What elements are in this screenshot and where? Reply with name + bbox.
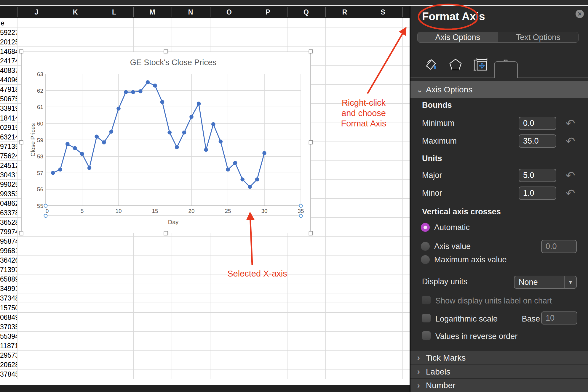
cell-value[interactable]: 71397 (0, 265, 17, 274)
cell-value[interactable]: 65889 (0, 274, 17, 284)
cell-value[interactable]: 47918 (0, 85, 17, 94)
cell-value[interactable]: 24174 (0, 56, 17, 66)
column-header[interactable]: S (364, 6, 402, 18)
minor-input[interactable]: 1.0 (519, 187, 556, 200)
spreadsheet-grid[interactable]: JKLMNOPQRS e5922720125146842417440837440… (0, 6, 410, 379)
cell-value[interactable]: 59227 (0, 28, 17, 37)
cell-value[interactable]: 18414 (0, 113, 17, 123)
data-point-marker[interactable] (219, 139, 223, 144)
chart-selection-handle[interactable] (164, 49, 168, 53)
cell-value[interactable]: 30431 (0, 170, 17, 180)
reverse-order-checkbox[interactable] (422, 331, 431, 340)
chart-selection-handle[interactable] (164, 231, 168, 235)
cell-value[interactable]: 14684 (0, 47, 17, 56)
data-point-marker[interactable] (131, 90, 135, 94)
section-labels[interactable]: › Labels (410, 365, 588, 378)
logarithmic-scale-checkbox[interactable] (422, 314, 431, 322)
cell-value[interactable]: e (0, 18, 17, 28)
chart-selection-handle[interactable] (19, 49, 23, 53)
cell-value[interactable]: 40837 (0, 66, 17, 75)
chart-object[interactable]: 63626160595857565505101520253035GE Stock… (21, 52, 311, 233)
data-point-marker[interactable] (102, 140, 106, 144)
maximum-axis-value-radio[interactable] (421, 255, 430, 264)
column-header[interactable]: M (133, 6, 172, 18)
data-point-marker[interactable] (87, 166, 92, 170)
close-icon[interactable]: ✕ (576, 10, 584, 18)
undo-icon[interactable]: ↶ (565, 187, 576, 199)
data-point-marker[interactable] (95, 135, 99, 139)
cell-value[interactable]: 11871 (0, 341, 17, 351)
cell-value[interactable]: 95874 (0, 237, 17, 246)
chart-selection-handle[interactable] (309, 49, 313, 53)
data-point-marker[interactable] (116, 107, 121, 111)
cell-value[interactable]: 15750 (0, 303, 17, 313)
column-header[interactable]: J (17, 6, 56, 18)
section-tick-marks[interactable]: › Tick Marks (410, 351, 588, 364)
column-header[interactable]: K (56, 6, 95, 18)
cell-value[interactable]: 99681 (0, 246, 17, 256)
column-header[interactable]: O (210, 6, 248, 18)
data-point-marker[interactable] (58, 168, 62, 172)
cell-value[interactable]: 97135 (0, 142, 17, 151)
cell-value[interactable]: 99025 (0, 180, 17, 189)
data-point-marker[interactable] (138, 89, 143, 94)
data-point-marker[interactable] (175, 145, 179, 150)
undo-icon[interactable]: ↶ (565, 170, 576, 181)
data-point-marker[interactable] (233, 161, 237, 165)
chart-selection-handle[interactable] (309, 140, 313, 144)
column-header[interactable]: Q (287, 6, 325, 18)
cell-value[interactable]: 37348 (0, 293, 17, 303)
data-point-marker[interactable] (73, 146, 77, 150)
size-properties-icon[interactable] (471, 57, 490, 73)
cell-value[interactable]: 34991 (0, 284, 17, 293)
data-point-marker[interactable] (189, 115, 194, 119)
cell-value[interactable]: 79974 (0, 227, 17, 237)
cell-value[interactable]: 50675 (0, 94, 17, 104)
cell-value[interactable]: 20125 (0, 37, 17, 47)
data-point-marker[interactable] (146, 80, 150, 84)
chart-selection-handle[interactable] (19, 140, 23, 144)
automatic-radio[interactable] (421, 223, 430, 232)
cell-value[interactable]: 33919 (0, 104, 17, 113)
axis-value-radio[interactable] (421, 242, 430, 251)
effects-icon[interactable] (446, 57, 465, 73)
section-number[interactable]: › Number (410, 379, 588, 392)
data-point-marker[interactable] (153, 83, 157, 88)
data-point-marker[interactable] (255, 177, 259, 181)
cell-value[interactable]: 55394 (0, 332, 17, 341)
cell-value[interactable]: 06849 (0, 313, 17, 322)
cell-value[interactable]: 36426 (0, 256, 17, 265)
data-point-marker[interactable] (51, 171, 55, 175)
axis-selection-handle[interactable] (44, 204, 47, 208)
chart-selection-handle[interactable] (19, 231, 23, 235)
cell-value[interactable]: 44096 (0, 75, 17, 85)
data-point-marker[interactable] (65, 142, 70, 146)
cell-value[interactable]: 63214 (0, 132, 17, 142)
column-header[interactable]: R (325, 6, 364, 18)
axis-selection-handle[interactable] (299, 214, 303, 218)
data-point-marker[interactable] (262, 151, 266, 155)
undo-icon[interactable]: ↶ (565, 135, 576, 147)
data-point-marker[interactable] (240, 177, 245, 181)
maximum-input[interactable]: 35.0 (519, 134, 556, 148)
axis-value-input[interactable]: 0.0 (541, 240, 577, 253)
cell-value[interactable]: 24512 (0, 161, 17, 170)
cell-value[interactable]: 37845 (0, 369, 17, 379)
data-point-marker[interactable] (226, 168, 230, 172)
major-input[interactable]: 5.0 (519, 169, 556, 182)
data-point-marker[interactable] (211, 122, 215, 126)
minimum-input[interactable]: 0.0 (519, 117, 556, 130)
data-point-marker[interactable] (124, 90, 128, 94)
undo-icon[interactable]: ↶ (565, 118, 576, 129)
axis-selection-handle[interactable] (299, 204, 303, 208)
cell-value[interactable]: 63378 (0, 208, 17, 218)
cell-value[interactable]: 29573 (0, 351, 17, 360)
column-header[interactable]: P (249, 6, 287, 18)
cell-value[interactable]: 02915 (0, 123, 17, 132)
axis-selection-handle[interactable] (44, 214, 47, 218)
cell-value[interactable]: 99353 (0, 189, 17, 199)
section-axis-options[interactable]: ⌄ Axis Options (410, 81, 588, 98)
tab-text-options[interactable]: Text Options (498, 32, 579, 42)
data-point-marker[interactable] (197, 102, 201, 106)
cell-value[interactable]: 75624 (0, 151, 17, 161)
